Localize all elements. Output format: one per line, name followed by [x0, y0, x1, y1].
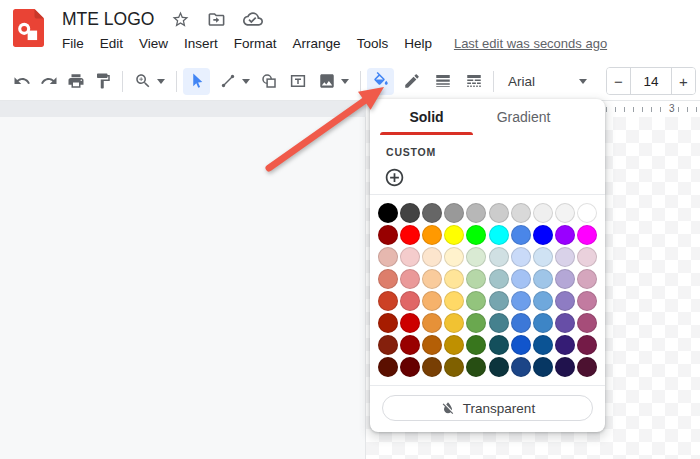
color-swatch[interactable]: [555, 203, 575, 223]
menu-help[interactable]: Help: [396, 33, 440, 54]
color-swatch[interactable]: [400, 291, 420, 311]
color-swatch[interactable]: [577, 203, 597, 223]
color-swatch[interactable]: [444, 203, 464, 223]
color-swatch[interactable]: [511, 357, 531, 377]
color-swatch[interactable]: [466, 225, 486, 245]
tab-gradient[interactable]: Gradient: [475, 99, 572, 135]
menu-edit[interactable]: Edit: [92, 33, 131, 54]
color-swatch[interactable]: [489, 269, 509, 289]
color-swatch[interactable]: [378, 313, 398, 333]
document-title[interactable]: MTE LOGO: [62, 9, 154, 30]
app-logo-icon[interactable]: [13, 9, 44, 47]
color-swatch[interactable]: [577, 269, 597, 289]
color-swatch[interactable]: [555, 225, 575, 245]
color-swatch[interactable]: [466, 335, 486, 355]
color-swatch[interactable]: [489, 247, 509, 267]
color-swatch[interactable]: [378, 269, 398, 289]
color-swatch[interactable]: [400, 269, 420, 289]
canvas[interactable]: [0, 117, 366, 459]
color-swatch[interactable]: [400, 335, 420, 355]
color-swatch[interactable]: [444, 335, 464, 355]
color-swatch[interactable]: [533, 247, 553, 267]
zoom-dropdown-caret-icon[interactable]: [157, 79, 165, 84]
color-swatch[interactable]: [444, 357, 464, 377]
color-swatch[interactable]: [533, 357, 553, 377]
menu-file[interactable]: File: [54, 33, 92, 54]
color-swatch[interactable]: [400, 247, 420, 267]
tab-solid[interactable]: Solid: [378, 99, 475, 135]
color-swatch[interactable]: [489, 335, 509, 355]
color-swatch[interactable]: [400, 225, 420, 245]
select-tool-icon[interactable]: [183, 68, 210, 95]
redo-icon[interactable]: [35, 68, 62, 95]
color-swatch[interactable]: [489, 225, 509, 245]
font-size-value[interactable]: 14: [631, 68, 671, 94]
color-swatch[interactable]: [378, 247, 398, 267]
color-swatch[interactable]: [555, 357, 575, 377]
color-swatch[interactable]: [466, 313, 486, 333]
color-swatch[interactable]: [378, 225, 398, 245]
color-swatch[interactable]: [577, 291, 597, 311]
star-icon[interactable]: [171, 10, 190, 29]
color-swatch[interactable]: [511, 269, 531, 289]
menu-tools[interactable]: Tools: [349, 33, 397, 54]
color-swatch[interactable]: [444, 225, 464, 245]
border-dash-icon[interactable]: [460, 68, 487, 95]
color-swatch[interactable]: [511, 225, 531, 245]
color-swatch[interactable]: [533, 313, 553, 333]
color-swatch[interactable]: [511, 203, 531, 223]
move-folder-icon[interactable]: [207, 10, 226, 29]
transparent-button[interactable]: Transparent: [382, 395, 593, 421]
paint-format-icon[interactable]: [89, 68, 116, 95]
border-weight-icon[interactable]: [429, 68, 456, 95]
undo-icon[interactable]: [8, 68, 35, 95]
text-box-tool-icon[interactable]: [284, 68, 311, 95]
color-swatch[interactable]: [555, 291, 575, 311]
color-swatch[interactable]: [422, 269, 442, 289]
shape-tool-icon[interactable]: [255, 68, 282, 95]
color-swatch[interactable]: [577, 313, 597, 333]
color-swatch[interactable]: [422, 247, 442, 267]
last-edit-link[interactable]: Last edit was seconds ago: [454, 36, 607, 51]
color-swatch[interactable]: [422, 291, 442, 311]
color-swatch[interactable]: [577, 247, 597, 267]
zoom-icon[interactable]: [129, 68, 156, 95]
color-swatch[interactable]: [555, 335, 575, 355]
color-swatch[interactable]: [400, 313, 420, 333]
color-swatch[interactable]: [533, 335, 553, 355]
color-swatch[interactable]: [378, 357, 398, 377]
color-swatch[interactable]: [466, 357, 486, 377]
color-swatch[interactable]: [466, 203, 486, 223]
color-swatch[interactable]: [422, 335, 442, 355]
color-swatch[interactable]: [422, 203, 442, 223]
image-tool-icon[interactable]: [313, 68, 340, 95]
color-swatch[interactable]: [577, 335, 597, 355]
color-swatch[interactable]: [511, 247, 531, 267]
color-swatch[interactable]: [400, 357, 420, 377]
font-size-decrease-button[interactable]: −: [607, 68, 630, 94]
color-swatch[interactable]: [444, 313, 464, 333]
color-swatch[interactable]: [511, 335, 531, 355]
color-swatch[interactable]: [577, 357, 597, 377]
color-swatch[interactable]: [378, 335, 398, 355]
color-swatch[interactable]: [378, 291, 398, 311]
menu-view[interactable]: View: [131, 33, 176, 54]
print-icon[interactable]: [62, 68, 89, 95]
border-color-icon[interactable]: [398, 68, 425, 95]
menu-insert[interactable]: Insert: [176, 33, 226, 54]
menu-arrange[interactable]: Arrange: [285, 33, 349, 54]
color-swatch[interactable]: [555, 313, 575, 333]
line-dropdown-caret-icon[interactable]: [242, 79, 250, 84]
color-swatch[interactable]: [533, 291, 553, 311]
line-tool-icon[interactable]: [214, 68, 241, 95]
color-swatch[interactable]: [555, 269, 575, 289]
cloud-saved-icon[interactable]: [243, 9, 263, 29]
color-swatch[interactable]: [511, 313, 531, 333]
font-size-increase-button[interactable]: +: [672, 68, 695, 94]
color-swatch[interactable]: [444, 247, 464, 267]
color-swatch[interactable]: [489, 203, 509, 223]
color-swatch[interactable]: [577, 225, 597, 245]
color-swatch[interactable]: [489, 313, 509, 333]
color-swatch[interactable]: [378, 203, 398, 223]
color-swatch[interactable]: [489, 291, 509, 311]
